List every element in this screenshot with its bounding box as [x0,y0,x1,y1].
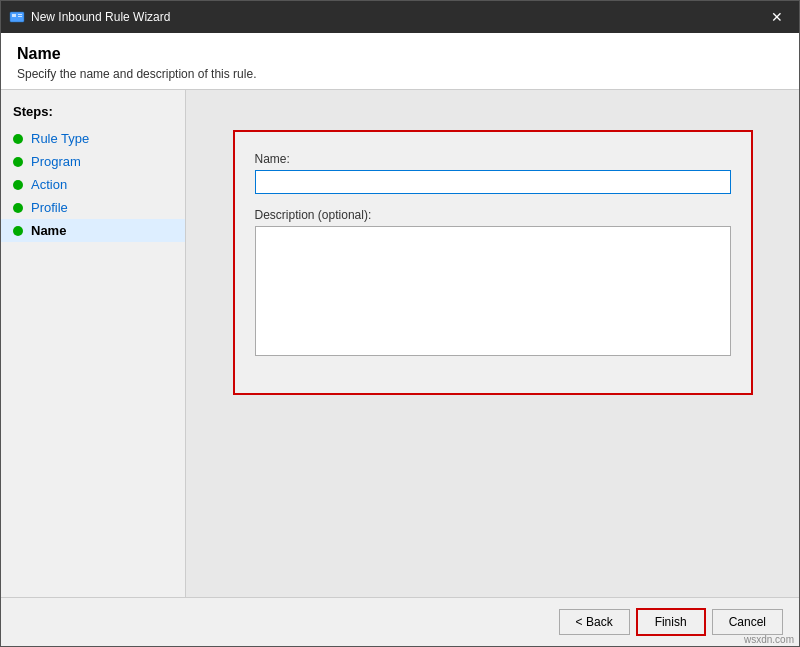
back-button[interactable]: < Back [559,609,630,635]
page-title: Name [17,45,783,63]
title-bar: New Inbound Rule Wizard ✕ [1,1,799,33]
name-label: Name: [255,152,731,166]
sidebar-item-rule-type[interactable]: Rule Type [1,127,185,150]
form-container: Name: Description (optional): [233,130,753,395]
name-input[interactable] [255,170,731,194]
sidebar-item-program[interactable]: Program [1,150,185,173]
sidebar-item-name[interactable]: Name [1,219,185,242]
step-label-profile: Profile [31,200,68,215]
window-icon [9,9,25,25]
header-section: Name Specify the name and description of… [1,33,799,90]
main-area: Steps: Rule Type Program Action Profile [1,90,799,597]
window-title: New Inbound Rule Wizard [31,10,763,24]
close-button[interactable]: ✕ [763,7,791,27]
step-dot-name [13,226,23,236]
wizard-window: New Inbound Rule Wizard ✕ Name Specify t… [0,0,800,647]
svg-rect-2 [18,14,22,15]
steps-label: Steps: [1,100,185,127]
step-label-name: Name [31,223,66,238]
step-dot-action [13,180,23,190]
step-label-program: Program [31,154,81,169]
window-content: Name Specify the name and description of… [1,33,799,646]
cancel-button[interactable]: Cancel [712,609,783,635]
svg-rect-3 [18,16,22,17]
page-subtitle: Specify the name and description of this… [17,67,783,81]
svg-rect-1 [12,14,16,17]
step-dot-profile [13,203,23,213]
sidebar-item-profile[interactable]: Profile [1,196,185,219]
sidebar: Steps: Rule Type Program Action Profile [1,90,186,597]
description-group: Description (optional): [255,208,731,359]
step-dot-rule-type [13,134,23,144]
sidebar-item-action[interactable]: Action [1,173,185,196]
description-label: Description (optional): [255,208,731,222]
bottom-bar: < Back Finish Cancel [1,597,799,646]
description-textarea[interactable] [255,226,731,356]
step-dot-program [13,157,23,167]
name-group: Name: [255,152,731,194]
content-area: Name: Description (optional): [186,90,799,597]
step-label-rule-type: Rule Type [31,131,89,146]
step-label-action: Action [31,177,67,192]
finish-button[interactable]: Finish [636,608,706,636]
